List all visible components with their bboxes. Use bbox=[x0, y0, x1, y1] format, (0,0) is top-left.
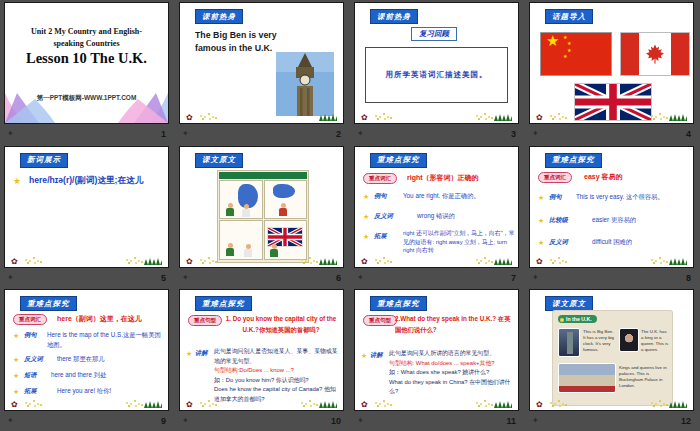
flower-dots-icon bbox=[550, 402, 552, 404]
star-bullet-icon: ★ bbox=[13, 372, 19, 379]
animation-indicator-icon: ✦ bbox=[182, 130, 189, 138]
keyword-pill: 重点词汇 bbox=[363, 173, 397, 184]
flower-dots-icon bbox=[476, 115, 478, 117]
slide-cell-9: 重难点探究 重点词汇 here（副词）这里，在这儿 ★ 例句 Here is t… bbox=[0, 287, 175, 431]
flower-dots-icon bbox=[651, 115, 653, 117]
section-badge: 重难点探究 bbox=[370, 296, 427, 311]
flower-dots-icon bbox=[301, 402, 303, 404]
row-text: wrong 错误的 bbox=[417, 211, 513, 220]
row-label: 例句 bbox=[374, 192, 387, 201]
comic-panel bbox=[264, 180, 308, 220]
flower-dots-icon bbox=[200, 115, 202, 117]
slide-thumbnail-12[interactable]: 课文原文 In the U.K. This is Big Ben. It has… bbox=[529, 289, 694, 411]
row-text: there 那里在那儿 bbox=[57, 354, 163, 363]
china-flag-star-icon: ★ bbox=[567, 48, 571, 53]
keyword-text: right（形容词）正确的 bbox=[407, 173, 479, 183]
row-text: Here you are! 给你! bbox=[57, 386, 163, 395]
star-bullet-icon: ★ bbox=[13, 388, 19, 395]
slide-thumbnail-3[interactable]: 课前热身 复习回顾 用所学英语词汇描述美国。 ✿ bbox=[354, 2, 519, 124]
slide-thumbnail-1[interactable]: Unit 2 My Country and English- speaking … bbox=[4, 2, 169, 124]
grass-icon bbox=[144, 400, 162, 408]
grass-icon bbox=[494, 257, 512, 265]
comic-panels bbox=[219, 180, 307, 260]
flower-icon: ✿ bbox=[536, 401, 543, 409]
slide-cell-8: 重难点探究 重点词汇 easy 容易的 ★ 例句 This is very ea… bbox=[525, 144, 700, 288]
row-text: Here is the map of the U.S.这是一幅美国地图。 bbox=[47, 330, 165, 349]
explanation-lines: 此句是询问某人所讲的语言的常见句型。 句型结构: What do/does ..… bbox=[389, 349, 515, 396]
flower-dots-icon bbox=[651, 259, 653, 261]
slide-thumbnail-2[interactable]: 课前热身 The Big Ben is very famous in the U… bbox=[179, 2, 344, 124]
flower-icon: ✿ bbox=[186, 401, 193, 409]
slide-cell-7: 重难点探究 重点词汇 right（形容词）正确的 ★ 例句 You are ri… bbox=[350, 144, 525, 288]
row-text: You are right. 你是正确的。 bbox=[403, 191, 515, 200]
china-flag-star-icon: ★ bbox=[567, 41, 571, 46]
slide-number: 8 bbox=[686, 273, 691, 283]
flower-dots-icon bbox=[375, 115, 377, 117]
row-label: 讲解 bbox=[195, 349, 208, 358]
keyword-pill: 重点词汇 bbox=[538, 172, 572, 183]
slide-thumbnail-8[interactable]: 重难点探究 重点词汇 easy 容易的 ★ 例句 This is very ea… bbox=[529, 146, 694, 268]
row-label: 反义词 bbox=[374, 212, 393, 221]
big-ben-thumb-photo bbox=[558, 328, 580, 357]
petal-fan-right-icon bbox=[116, 89, 168, 123]
section-badge: 重难点探究 bbox=[545, 153, 602, 168]
thumbnail-status-bar: ✦ 12 bbox=[532, 414, 691, 428]
china-flag: ★ ★ ★ ★ ★ bbox=[540, 32, 612, 76]
star-bullet-icon: ★ bbox=[13, 177, 21, 186]
flower-dots-icon bbox=[375, 259, 377, 261]
thumbnail-status-bar: ✦ 2 bbox=[182, 127, 341, 141]
slide-thumbnail-6[interactable]: 课文原文 bbox=[179, 146, 344, 268]
slide-thumbnail-7[interactable]: 重难点探究 重点词汇 right（形容词）正确的 ★ 例句 You are ri… bbox=[354, 146, 519, 268]
row-label: 拓展 bbox=[374, 232, 387, 241]
thumbnail-status-bar: ✦ 4 bbox=[532, 127, 691, 141]
caption-text: The U.K. has a king or a queen. This is … bbox=[641, 329, 669, 353]
thumbnail-status-bar: ✦ 1 bbox=[7, 127, 166, 141]
section-badge: 重难点探究 bbox=[20, 296, 77, 311]
comic-panel bbox=[264, 220, 308, 260]
flower-dots-icon bbox=[476, 259, 478, 261]
slide-thumbnail-5[interactable]: 新词展示 ★ here/hɪə(r)/(副词)这里;在这儿 ✿ bbox=[4, 146, 169, 268]
flower-dots-icon bbox=[126, 259, 128, 261]
star-bullet-icon: ★ bbox=[363, 193, 369, 200]
grass-icon bbox=[319, 113, 337, 121]
animation-indicator-icon: ✦ bbox=[532, 417, 539, 425]
slide-thumbnail-10[interactable]: 重难点探究 重点句型 1. Do you know the capital ci… bbox=[179, 289, 344, 411]
comic-panel bbox=[219, 180, 263, 220]
animation-indicator-icon: ✦ bbox=[7, 417, 14, 425]
slide-cell-5: 新词展示 ★ here/hɪə(r)/(副词)这里;在这儿 ✿ ✦ 5 bbox=[0, 144, 175, 288]
textbook-page-image: In the U.K. This is Big Ben. It has a ve… bbox=[553, 311, 672, 405]
animation-indicator-icon: ✦ bbox=[357, 130, 364, 138]
animation-indicator-icon: ✦ bbox=[532, 274, 539, 282]
thumbnail-status-bar: ✦ 10 bbox=[182, 414, 341, 428]
thumbnail-status-bar: ✦ 7 bbox=[357, 271, 516, 285]
review-subtitle: 复习回顾 bbox=[411, 27, 457, 41]
row-label: 反义词 bbox=[24, 355, 43, 364]
slide-thumbnail-4[interactable]: 话题导入 ★ ★ ★ ★ ★ bbox=[529, 2, 694, 124]
flower-icon: ✿ bbox=[361, 401, 368, 409]
grass-icon bbox=[669, 257, 687, 265]
row-text: right 还可以作副词"立刻，马上，向右"，常见的短语有: right awa… bbox=[403, 229, 515, 256]
flower-dots-icon bbox=[200, 402, 202, 404]
star-bullet-icon: ★ bbox=[363, 213, 369, 220]
uk-flag bbox=[574, 83, 652, 121]
row-label: 拓展 bbox=[24, 387, 37, 396]
flower-icon: ✿ bbox=[186, 114, 193, 122]
flower-icon: ✿ bbox=[186, 258, 193, 266]
section-badge: 课文原文 bbox=[195, 153, 243, 168]
flower-icon: ✿ bbox=[361, 114, 368, 122]
animation-indicator-icon: ✦ bbox=[7, 274, 14, 282]
slide-cell-12: 课文原文 In the U.K. This is Big Ben. It has… bbox=[525, 287, 700, 431]
slide-thumbnail-11[interactable]: 重难点探究 重点句型 2.What do they speak in the U… bbox=[354, 289, 519, 411]
task-box: 用所学英语词汇描述美国。 bbox=[365, 47, 508, 103]
slide-number: 9 bbox=[161, 416, 166, 426]
keyword-text: here（副词）这里，在这儿 bbox=[57, 314, 142, 324]
buckingham-palace-photo bbox=[558, 363, 616, 393]
comic-panel bbox=[219, 220, 263, 260]
canada-flag bbox=[620, 32, 690, 76]
slide-cell-1: Unit 2 My Country and English- speaking … bbox=[0, 0, 175, 144]
row-text: here and there 到处 bbox=[51, 370, 163, 379]
section-badge: 课文原文 bbox=[545, 296, 593, 311]
slide-thumbnail-9[interactable]: 重难点探究 重点词汇 here（副词）这里，在这儿 ★ 例句 Here is t… bbox=[4, 289, 169, 411]
keyword-pill: 重点词汇 bbox=[13, 314, 47, 325]
flower-dots-icon bbox=[25, 259, 27, 261]
